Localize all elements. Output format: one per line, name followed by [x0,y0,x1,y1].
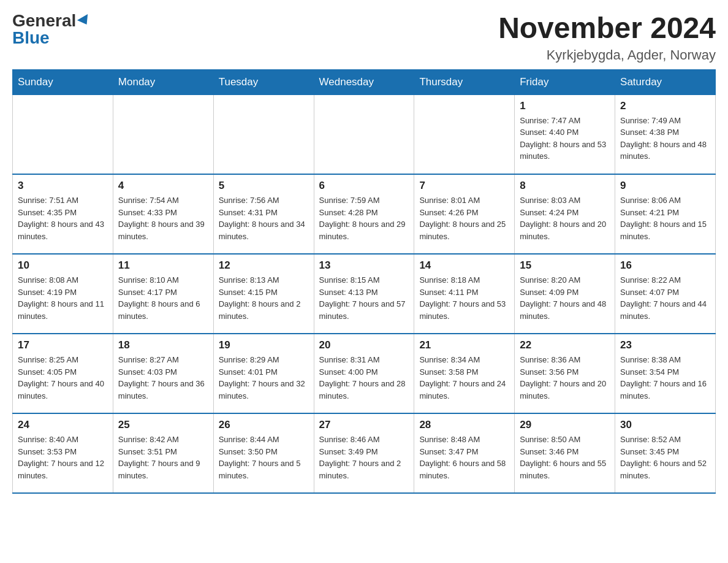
day-info: Sunrise: 8:44 AMSunset: 3:50 PMDaylight:… [219,434,309,481]
day-info: Sunrise: 8:46 AMSunset: 3:49 PMDaylight:… [319,434,409,481]
page-header: General Blue November 2024 Kyrkjebygda, … [12,12,716,63]
calendar-cell: 14Sunrise: 8:18 AMSunset: 4:11 PMDayligh… [414,254,515,334]
day-number: 27 [319,419,409,431]
calendar-cell: 29Sunrise: 8:50 AMSunset: 3:46 PMDayligh… [515,413,615,493]
calendar-cell: 12Sunrise: 8:13 AMSunset: 4:15 PMDayligh… [213,254,314,334]
day-number: 26 [219,419,309,431]
calendar-cell: 6Sunrise: 7:59 AMSunset: 4:28 PMDaylight… [314,174,414,254]
weekday-header-friday: Friday [515,69,615,94]
day-number: 2 [620,100,710,112]
day-info: Sunrise: 8:20 AMSunset: 4:09 PMDaylight:… [520,274,610,322]
day-number: 20 [319,339,409,351]
day-info: Sunrise: 7:47 AMSunset: 4:40 PMDaylight:… [520,115,610,163]
calendar-cell: 22Sunrise: 8:36 AMSunset: 3:56 PMDayligh… [515,334,615,413]
calendar-cell: 9Sunrise: 8:06 AMSunset: 4:21 PMDaylight… [615,174,716,254]
weekday-header-wednesday: Wednesday [314,69,414,94]
calendar-title: November 2024 [498,12,716,45]
calendar-table: SundayMondayTuesdayWednesdayThursdayFrid… [12,69,716,494]
day-info: Sunrise: 8:27 AMSunset: 4:03 PMDaylight:… [118,354,208,402]
calendar-cell: 2Sunrise: 7:49 AMSunset: 4:38 PMDaylight… [615,94,716,174]
calendar-cell: 28Sunrise: 8:48 AMSunset: 3:47 PMDayligh… [414,413,515,493]
day-number: 16 [620,259,710,272]
day-number: 25 [118,419,208,431]
weekday-header-row: SundayMondayTuesdayWednesdayThursdayFrid… [13,69,716,94]
day-number: 1 [520,100,610,112]
day-info: Sunrise: 8:22 AMSunset: 4:07 PMDaylight:… [620,274,710,322]
calendar-week-2: 3Sunrise: 7:51 AMSunset: 4:35 PMDaylight… [13,174,716,254]
calendar-week-5: 24Sunrise: 8:40 AMSunset: 3:53 PMDayligh… [13,413,716,493]
calendar-cell: 11Sunrise: 8:10 AMSunset: 4:17 PMDayligh… [113,254,213,334]
day-number: 3 [18,180,108,192]
day-number: 17 [18,339,108,351]
day-info: Sunrise: 8:06 AMSunset: 4:21 PMDaylight:… [620,194,710,242]
day-info: Sunrise: 7:51 AMSunset: 4:35 PMDaylight:… [18,194,108,242]
day-info: Sunrise: 8:31 AMSunset: 4:00 PMDaylight:… [319,354,409,402]
day-info: Sunrise: 7:56 AMSunset: 4:31 PMDaylight:… [219,194,309,242]
day-number: 19 [219,339,309,351]
logo: General Blue [12,12,91,47]
calendar-cell: 17Sunrise: 8:25 AMSunset: 4:05 PMDayligh… [13,334,113,413]
day-info: Sunrise: 7:49 AMSunset: 4:38 PMDaylight:… [620,115,710,163]
day-number: 9 [620,180,710,192]
day-info: Sunrise: 8:36 AMSunset: 3:56 PMDaylight:… [520,354,610,402]
calendar-cell [414,94,515,174]
calendar-cell: 18Sunrise: 8:27 AMSunset: 4:03 PMDayligh… [113,334,213,413]
calendar-cell: 25Sunrise: 8:42 AMSunset: 3:51 PMDayligh… [113,413,213,493]
day-info: Sunrise: 8:48 AMSunset: 3:47 PMDaylight:… [419,434,509,481]
weekday-header-saturday: Saturday [615,69,716,94]
day-number: 15 [520,259,610,272]
day-info: Sunrise: 8:29 AMSunset: 4:01 PMDaylight:… [219,354,309,402]
day-number: 22 [520,339,610,351]
weekday-header-monday: Monday [113,69,213,94]
day-number: 12 [219,259,309,272]
calendar-cell: 27Sunrise: 8:46 AMSunset: 3:49 PMDayligh… [314,413,414,493]
calendar-header: SundayMondayTuesdayWednesdayThursdayFrid… [13,69,716,94]
logo-general: General [12,12,76,29]
calendar-cell: 4Sunrise: 7:54 AMSunset: 4:33 PMDaylight… [113,174,213,254]
day-number: 4 [118,180,208,192]
calendar-cell [13,94,113,174]
calendar-cell: 23Sunrise: 8:38 AMSunset: 3:54 PMDayligh… [615,334,716,413]
day-info: Sunrise: 7:54 AMSunset: 4:33 PMDaylight:… [118,194,208,242]
calendar-week-1: 1Sunrise: 7:47 AMSunset: 4:40 PMDaylight… [13,94,716,174]
calendar-cell: 15Sunrise: 8:20 AMSunset: 4:09 PMDayligh… [515,254,615,334]
day-number: 24 [18,419,108,431]
day-info: Sunrise: 8:10 AMSunset: 4:17 PMDaylight:… [118,274,208,322]
day-number: 23 [620,339,710,351]
day-number: 30 [620,419,710,431]
calendar-cell [314,94,414,174]
day-info: Sunrise: 8:50 AMSunset: 3:46 PMDaylight:… [520,434,610,481]
calendar-body: 1Sunrise: 7:47 AMSunset: 4:40 PMDaylight… [13,94,716,493]
calendar-cell: 1Sunrise: 7:47 AMSunset: 4:40 PMDaylight… [515,94,615,174]
calendar-cell: 20Sunrise: 8:31 AMSunset: 4:00 PMDayligh… [314,334,414,413]
calendar-cell: 21Sunrise: 8:34 AMSunset: 3:58 PMDayligh… [414,334,515,413]
day-info: Sunrise: 8:15 AMSunset: 4:13 PMDaylight:… [319,274,409,322]
calendar-cell: 3Sunrise: 7:51 AMSunset: 4:35 PMDaylight… [13,174,113,254]
day-info: Sunrise: 8:03 AMSunset: 4:24 PMDaylight:… [520,194,610,242]
day-number: 14 [419,259,509,272]
calendar-cell: 7Sunrise: 8:01 AMSunset: 4:26 PMDaylight… [414,174,515,254]
day-number: 18 [118,339,208,351]
day-info: Sunrise: 8:40 AMSunset: 3:53 PMDaylight:… [18,434,108,481]
day-number: 21 [419,339,509,351]
calendar-cell: 5Sunrise: 7:56 AMSunset: 4:31 PMDaylight… [213,174,314,254]
weekday-header-sunday: Sunday [13,69,113,94]
day-info: Sunrise: 8:52 AMSunset: 3:45 PMDaylight:… [620,434,710,481]
day-number: 7 [419,180,509,192]
calendar-cell: 24Sunrise: 8:40 AMSunset: 3:53 PMDayligh… [13,413,113,493]
calendar-week-4: 17Sunrise: 8:25 AMSunset: 4:05 PMDayligh… [13,334,716,413]
calendar-cell [113,94,213,174]
calendar-week-3: 10Sunrise: 8:08 AMSunset: 4:19 PMDayligh… [13,254,716,334]
day-info: Sunrise: 8:01 AMSunset: 4:26 PMDaylight:… [419,194,509,242]
day-info: Sunrise: 8:42 AMSunset: 3:51 PMDaylight:… [118,434,208,481]
day-number: 29 [520,419,610,431]
weekday-header-thursday: Thursday [414,69,515,94]
day-info: Sunrise: 8:18 AMSunset: 4:11 PMDaylight:… [419,274,509,322]
calendar-cell: 8Sunrise: 8:03 AMSunset: 4:24 PMDaylight… [515,174,615,254]
day-number: 11 [118,259,208,272]
calendar-cell [213,94,314,174]
calendar-cell: 30Sunrise: 8:52 AMSunset: 3:45 PMDayligh… [615,413,716,493]
calendar-subtitle: Kyrkjebygda, Agder, Norway [498,47,716,63]
calendar-cell: 13Sunrise: 8:15 AMSunset: 4:13 PMDayligh… [314,254,414,334]
day-info: Sunrise: 8:25 AMSunset: 4:05 PMDaylight:… [18,354,108,402]
